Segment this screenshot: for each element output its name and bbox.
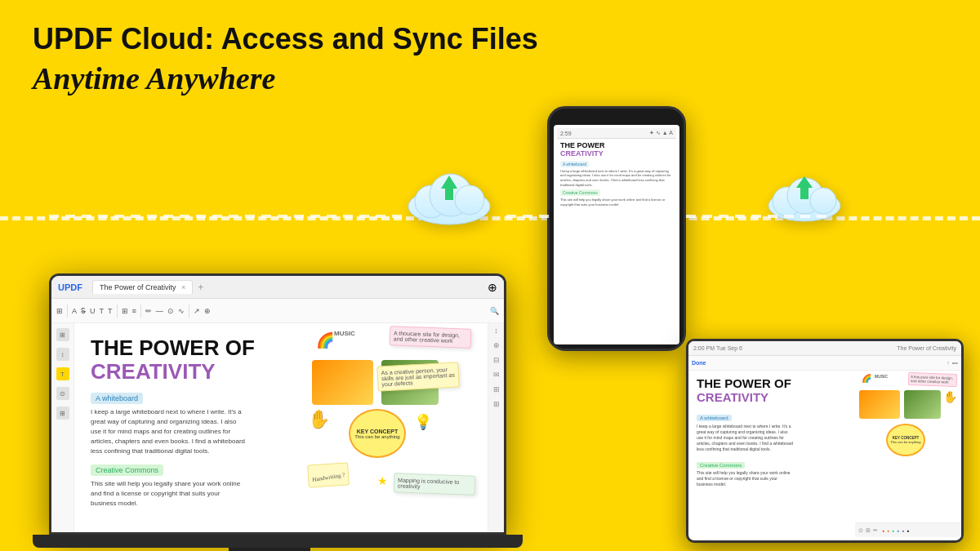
cloud-right — [760, 163, 849, 229]
zoom-button[interactable]: ⊕ — [488, 281, 497, 294]
tablet-color-blue[interactable]: ● — [897, 528, 899, 533]
laptop-section2-text: This site will help you legally share yo… — [91, 479, 246, 509]
tablet-music: MUSIC — [875, 374, 888, 379]
tablet-toolbar-icon3[interactable]: ✏ — [873, 527, 878, 534]
toolbar-search-icon[interactable]: 🔍 — [490, 307, 499, 315]
key-concept-text: KEY CONCEPT This can be anything — [354, 429, 399, 439]
sticky-note-3: Mapping is conducive to creativity — [394, 473, 476, 495]
tablet-more-icon[interactable]: ••• — [952, 360, 958, 366]
phone-mockup: 2:59 ✦ ∿ ▲ A THE POWER CREATIVITY A whit… — [547, 106, 686, 351]
tablet-main-area: THE POWER OF CREATIVITY A whiteboard I k… — [688, 371, 961, 540]
tablet-section2-text: This site will help you legally share yo… — [697, 470, 795, 487]
tool-icon-1[interactable]: ↕ — [494, 327, 498, 335]
subtitle: Anytime Anywhere — [33, 60, 538, 96]
active-tab[interactable]: The Power of Creativity × — [92, 280, 193, 294]
tool-icon-5[interactable]: ⊞ — [493, 385, 500, 393]
rainbow-decoration: 🌈 — [316, 331, 334, 349]
sidebar-icon-1[interactable]: ⊞ — [56, 328, 69, 341]
sidebar-icon-4[interactable]: ⊙ — [56, 387, 69, 400]
laptop-left-sidebar: ⊞ ↕ T ⊙ ⊞ — [51, 323, 74, 532]
tablet-doc-name: The Power of Creativity — [897, 345, 956, 351]
tablet-key-concept-text: KEY CONCEPTThis can be anything — [891, 436, 921, 444]
tablet-share-icon[interactable]: ↑ — [947, 360, 950, 366]
laptop-toolbar[interactable]: ⊞ A S̶ U T T ⊞ ≡ ✏ — ⊙ ∿ ↗ ⊕ 🔍 — [51, 299, 504, 323]
star-decoration: ★ — [377, 474, 388, 487]
tablet-color-red[interactable]: ● — [882, 528, 884, 533]
sticky-note-2: As a creative person, your skills are ju… — [376, 362, 459, 391]
sidebar-icon-3[interactable]: T — [56, 367, 69, 380]
toolbar-textsize-icon[interactable]: T — [108, 307, 113, 315]
toolbar-grid-icon[interactable]: ⊞ — [56, 307, 63, 315]
laptop-main-area: ⊞ ↕ T ⊙ ⊞ THE POWER OF CREATIVITY A whit… — [51, 323, 504, 532]
tool-icon-2[interactable]: ⊕ — [493, 341, 500, 349]
tablet-color-green[interactable]: ● — [892, 528, 894, 533]
photo-rect-1 — [312, 360, 373, 405]
toolbar-separator4 — [189, 304, 189, 318]
laptop-section1-label: A whiteboard — [91, 393, 143, 404]
music-label: MUSIC — [334, 330, 355, 337]
svg-point-3 — [455, 185, 484, 215]
tablet-bottom-toolbar[interactable]: ⊙ ⊞ ✏ ● ● ● ● ● ● — [855, 522, 961, 537]
svg-point-8 — [810, 188, 836, 214]
sticky1-text: As a creative person, your skills are ju… — [381, 367, 455, 387]
toolbar-line-icon[interactable]: — — [156, 307, 163, 315]
tablet-doc-title-part1: THE POWER OF — [697, 377, 847, 391]
toolbar-highlight-icon[interactable]: ∿ — [178, 307, 185, 315]
laptop-doc-title-part2: CREATIVITY — [91, 360, 283, 384]
tool-icon-6[interactable]: ⊞ — [493, 400, 500, 408]
tablet-color-purple[interactable]: ● — [902, 528, 904, 533]
toolbar-draw-icon[interactable]: ✏ — [145, 307, 152, 315]
toolbar-link-icon[interactable]: ↗ — [194, 307, 200, 315]
phone-content: THE POWER CREATIVITY A whiteboard I keep… — [557, 139, 676, 212]
laptop-right-panel: 🌈 MUSIC A thoucare site for design, and … — [300, 323, 488, 532]
toolbar-italic-icon[interactable]: T — [100, 307, 105, 315]
new-tab-button[interactable]: + — [198, 282, 203, 293]
tablet-section1-label: A whiteboard — [697, 415, 732, 421]
tablet-done-btn[interactable]: Done — [692, 360, 706, 366]
laptop-topbar: UPDF The Power of Creativity × + ⊕ — [51, 276, 504, 299]
laptop-text-content: THE POWER OF CREATIVITY A whiteboard I k… — [74, 323, 300, 532]
toolbar-table-icon[interactable]: ⊞ — [122, 307, 128, 315]
laptop-section1-text: I keep a large whiteboard next to where … — [91, 407, 246, 456]
toolbar-shape-icon[interactable]: ⊙ — [167, 307, 174, 315]
sticky2-text: A thoucare site for design, and other cr… — [394, 330, 460, 344]
tablet-screen: 2:00 PM Tue Sep 6 The Power of Creativit… — [688, 341, 961, 540]
tablet-color-black[interactable]: ● — [906, 528, 909, 533]
toolbar-separator — [67, 304, 68, 318]
tablet-photo2 — [904, 390, 941, 419]
tablet-mockup: 2:00 PM Tue Sep 6 The Power of Creativit… — [686, 339, 964, 543]
tablet-topbar: 2:00 PM Tue Sep 6 The Power of Creativit… — [688, 341, 961, 356]
key-concept-bubble: KEY CONCEPT This can be anything — [349, 409, 406, 458]
title-area: UPDF Cloud: Access and Sync Files Anytim… — [33, 23, 538, 96]
tablet-hand: ✋ — [943, 390, 957, 403]
handwriting-text: Handwriting ? — [312, 472, 345, 483]
laptop-screen: UPDF The Power of Creativity × + ⊕ ⊞ A S… — [51, 276, 504, 532]
toolbar-text-icon[interactable]: A — [72, 307, 77, 315]
toolbar-underline-icon[interactable]: U — [90, 307, 96, 315]
tablet-photo1 — [859, 390, 900, 419]
tab-label: The Power of Creativity — [100, 283, 176, 291]
tablet-toolbar-icon1[interactable]: ⊙ — [858, 527, 863, 534]
phone-doc-title-part2: CREATIVITY — [560, 150, 673, 158]
laptop-doc-title-part1: THE POWER OF — [91, 336, 283, 360]
toolbar-image-icon[interactable]: ⊕ — [204, 307, 211, 315]
sidebar-icon-2[interactable]: ↕ — [56, 348, 69, 361]
phone-section1-text: I keep a large whiteboard next to where … — [560, 169, 673, 187]
hand-decoration: ✋ — [308, 409, 330, 430]
tablet-color-orange[interactable]: ● — [887, 528, 889, 533]
toolbar-list-icon[interactable]: ≡ — [132, 307, 136, 315]
tool-icon-4[interactable]: ✉ — [493, 371, 500, 379]
toolbar-separator3 — [140, 304, 141, 318]
tool-icon-3[interactable]: ⊟ — [493, 356, 500, 364]
tablet-time: 2:00 PM Tue Sep 6 — [693, 345, 742, 351]
toolbar-strikethrough-icon[interactable]: S̶ — [81, 307, 86, 315]
sidebar-icon-5[interactable]: ⊞ — [56, 407, 69, 420]
tab-close-btn[interactable]: × — [181, 283, 185, 291]
tablet-toolbar[interactable]: Done ↑ ••• — [688, 356, 961, 371]
tablet-toolbar-icon2[interactable]: ⊞ — [866, 527, 871, 534]
phone-screen: 2:59 ✦ ∿ ▲ A THE POWER CREATIVITY A whit… — [554, 125, 679, 344]
sticky3-text: Mapping is conducive to creativity — [398, 477, 460, 489]
handwriting-sticky: Handwriting ? — [307, 462, 350, 487]
tablet-text-content: THE POWER OF CREATIVITY A whiteboard I k… — [688, 371, 855, 540]
tablet-right-panel: 🌈 MUSIC A thoucare site for design, and … — [855, 371, 961, 540]
